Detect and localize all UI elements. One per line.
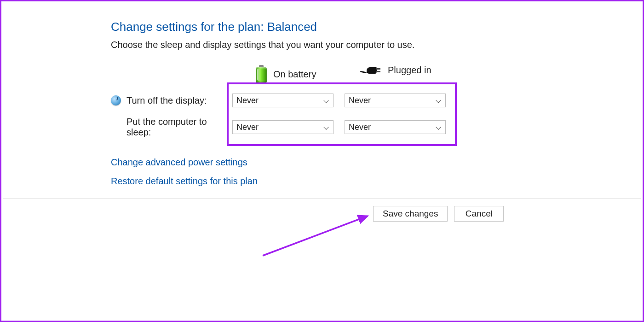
sleep-icon-cell (111, 122, 126, 132)
save-changes-button[interactable]: Save changes (373, 206, 448, 222)
column-header-plugged: Plugged in (361, 65, 431, 76)
battery-icon (256, 65, 267, 83)
plug-icon (361, 65, 381, 76)
display-plugged-dropdown[interactable]: Never (345, 94, 446, 107)
row-sleep: Put the computer to sleep: Never Never (111, 114, 525, 141)
display-plugged-value: Never (349, 96, 371, 105)
chevron-down-icon (436, 98, 442, 103)
svg-line-0 (263, 216, 368, 256)
footer-buttons: Save changes Cancel (1, 206, 643, 222)
display-battery-value: Never (236, 96, 259, 105)
display-icon-cell (111, 95, 126, 105)
display-clock-icon (111, 95, 121, 105)
footer-separator (3, 198, 641, 199)
column-header-battery: On battery (256, 65, 316, 83)
restore-defaults-link[interactable]: Restore default settings for this plan (111, 176, 258, 187)
display-battery-dropdown[interactable]: Never (232, 94, 334, 107)
row-label-sleep: Put the computer to sleep: (126, 117, 232, 138)
chevron-down-icon (324, 98, 329, 103)
column-header-battery-label: On battery (273, 69, 316, 80)
chevron-down-icon (436, 124, 442, 130)
sleep-plugged-dropdown[interactable]: Never (345, 120, 446, 134)
column-header-plugged-label: Plugged in (388, 65, 431, 76)
row-turn-off-display: Turn off the display: Never Never (111, 87, 525, 114)
advanced-settings-link[interactable]: Change advanced power settings (111, 157, 247, 168)
row-label-display: Turn off the display: (126, 95, 232, 106)
sleep-plugged-value: Never (349, 123, 371, 132)
sleep-battery-value: Never (236, 123, 259, 132)
chevron-down-icon (324, 124, 329, 130)
page-title: Change settings for the plan: Balanced (111, 20, 525, 34)
power-plan-settings-window: Change settings for the plan: Balanced C… (0, 0, 644, 322)
cancel-button[interactable]: Cancel (454, 206, 504, 222)
page-subtitle: Choose the sleep and display settings th… (111, 40, 525, 50)
sleep-battery-dropdown[interactable]: Never (232, 120, 334, 134)
column-headers: On battery Plugged in (111, 64, 525, 87)
main-content: Change settings for the plan: Balanced C… (111, 20, 525, 195)
links-section: Change advanced power settings Restore d… (111, 157, 525, 187)
moon-icon (111, 122, 121, 132)
